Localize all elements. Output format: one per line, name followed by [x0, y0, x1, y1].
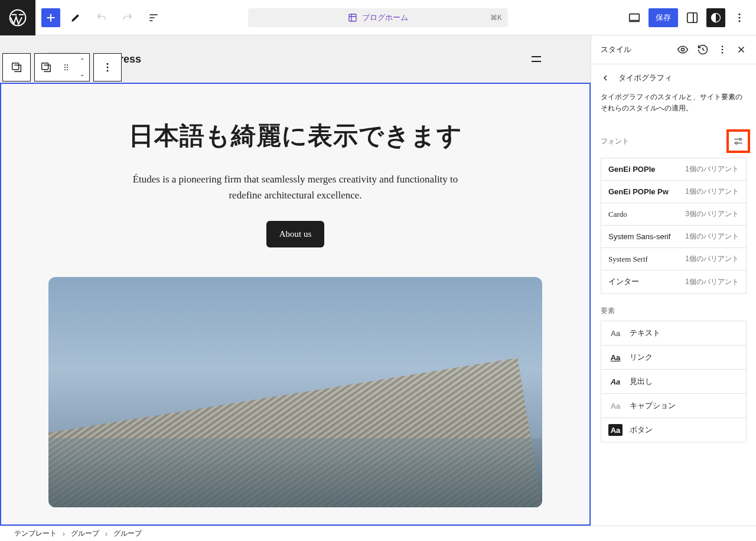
svg-rect-3 — [687, 12, 698, 22]
svg-rect-9 — [42, 63, 48, 70]
element-icon: Aa — [608, 424, 623, 436]
panel-more-icon[interactable] — [717, 44, 728, 55]
hero-image[interactable] — [48, 277, 542, 507]
font-item[interactable]: System Serif1個のバリアント — [601, 247, 747, 270]
about-button[interactable]: About us — [266, 221, 325, 247]
font-section-label: フォント — [601, 136, 629, 146]
settings-panel-button[interactable] — [682, 7, 703, 28]
element-label: テキスト — [630, 328, 660, 338]
element-icon: Aa — [608, 376, 623, 387]
menu-icon[interactable] — [529, 52, 543, 66]
drag-handle[interactable] — [57, 54, 75, 81]
breadcrumb-item[interactable]: グループ — [71, 529, 99, 539]
element-label: リンク — [630, 352, 653, 363]
svg-point-11 — [67, 64, 68, 66]
svg-rect-1 — [349, 14, 356, 21]
font-variants: 1個のバリアント — [685, 254, 739, 264]
parent-block-button[interactable] — [35, 54, 57, 81]
list-view-button[interactable] — [143, 7, 164, 28]
breadcrumb: テンプレート›グループ›グループ — [0, 526, 756, 541]
block-options-button[interactable] — [94, 54, 121, 81]
undo-button[interactable] — [91, 7, 112, 28]
svg-point-6 — [739, 17, 741, 18]
elements-section-label: 要素 — [601, 306, 615, 316]
element-label: 見出し — [630, 376, 653, 387]
svg-point-17 — [107, 67, 109, 69]
add-block-button[interactable] — [41, 8, 60, 27]
svg-point-24 — [735, 142, 737, 144]
element-icon: Aa — [608, 400, 623, 412]
svg-point-13 — [67, 67, 68, 68]
top-bar: ブログホーム ⌘K 保存 — [0, 0, 756, 35]
svg-point-16 — [107, 63, 109, 65]
font-name: System Serif — [608, 255, 648, 264]
element-label: キャプション — [630, 400, 676, 411]
device-preview-button[interactable] — [624, 7, 645, 28]
svg-point-12 — [64, 67, 66, 68]
command-bar-label: ブログホーム — [362, 12, 408, 23]
editor-canvas[interactable]: ⌃ ⌄ ress 日本 — [0, 35, 591, 526]
move-down-button[interactable]: ⌄ — [75, 67, 89, 81]
element-item[interactable]: Aaリンク — [601, 345, 747, 370]
svg-point-15 — [67, 69, 68, 70]
font-settings-button[interactable] — [726, 129, 750, 153]
font-item[interactable]: インター1個のバリアント — [601, 270, 747, 294]
element-label: ボタン — [630, 425, 653, 435]
block-toolbar: ⌃ ⌄ — [2, 53, 122, 82]
svg-point-18 — [107, 70, 109, 71]
site-title[interactable]: ress — [119, 53, 141, 66]
svg-point-22 — [722, 52, 724, 54]
revisions-icon[interactable] — [697, 44, 709, 56]
hero-subtext[interactable]: Études is a pioneering firm that seamles… — [130, 171, 461, 203]
font-variants: 1個のバリアント — [685, 232, 739, 242]
font-variants: 1個のバリアント — [685, 187, 739, 197]
more-options-button[interactable] — [729, 7, 750, 28]
panel-description: タイポグラフィのスタイルと、サイト要素のそれらのスタイルへの適用。 — [591, 92, 756, 123]
element-icon: Aa — [608, 327, 623, 339]
selected-group-block[interactable]: 日本語も綺麗に表示できます Études is a pioneering fir… — [0, 83, 591, 526]
panel-nav-label: タイポグラフィ — [618, 73, 672, 83]
command-bar[interactable]: ブログホーム ⌘K — [248, 8, 508, 27]
redo-button[interactable] — [117, 7, 138, 28]
svg-point-23 — [739, 138, 741, 140]
stylebook-icon[interactable] — [677, 44, 689, 56]
font-item[interactable]: GenEi POPle1個のバリアント — [601, 158, 747, 181]
styles-panel-button[interactable] — [706, 8, 725, 27]
svg-rect-8 — [12, 63, 19, 70]
font-variants: 1個のバリアント — [685, 164, 739, 174]
breadcrumb-item[interactable]: テンプレート — [14, 529, 57, 539]
element-item[interactable]: Aa見出し — [601, 369, 747, 394]
font-item[interactable]: System Sans-serif1個のバリアント — [601, 225, 747, 248]
close-panel-icon[interactable] — [736, 44, 747, 55]
svg-point-20 — [722, 45, 724, 47]
panel-title: スタイル — [601, 44, 631, 55]
block-type-button[interactable] — [3, 54, 30, 81]
svg-point-19 — [682, 48, 685, 51]
element-item[interactable]: Aaキャプション — [601, 393, 747, 418]
svg-point-7 — [739, 20, 741, 22]
edit-tool-button[interactable] — [65, 7, 86, 28]
font-name: System Sans-serif — [608, 232, 670, 241]
save-button[interactable]: 保存 — [649, 8, 678, 27]
svg-point-14 — [64, 69, 66, 70]
panel-breadcrumb[interactable]: タイポグラフィ — [591, 64, 756, 92]
back-icon[interactable] — [601, 73, 610, 83]
breadcrumb-separator: › — [63, 530, 65, 538]
font-name: GenEi POPle — [608, 165, 655, 174]
hero-heading[interactable]: 日本語も綺麗に表示できます — [48, 119, 542, 152]
styles-panel: スタイル タイポグラ — [591, 35, 756, 526]
font-name: Cardo — [608, 210, 627, 219]
font-item[interactable]: Cardo3個のバリアント — [601, 203, 747, 226]
breadcrumb-item[interactable]: グループ — [113, 529, 142, 539]
wordpress-logo[interactable] — [0, 0, 35, 35]
move-up-button[interactable]: ⌃ — [75, 54, 89, 67]
element-item[interactable]: Aaテキスト — [601, 321, 747, 346]
svg-point-10 — [64, 64, 66, 66]
element-item[interactable]: Aaボタン — [601, 418, 747, 442]
element-icon: Aa — [608, 351, 623, 363]
font-name: インター — [608, 276, 639, 287]
svg-point-21 — [722, 49, 724, 51]
svg-point-5 — [739, 13, 741, 15]
font-item[interactable]: GenEi POPle Pw1個のバリアント — [601, 180, 747, 203]
font-name: GenEi POPle Pw — [608, 187, 669, 196]
